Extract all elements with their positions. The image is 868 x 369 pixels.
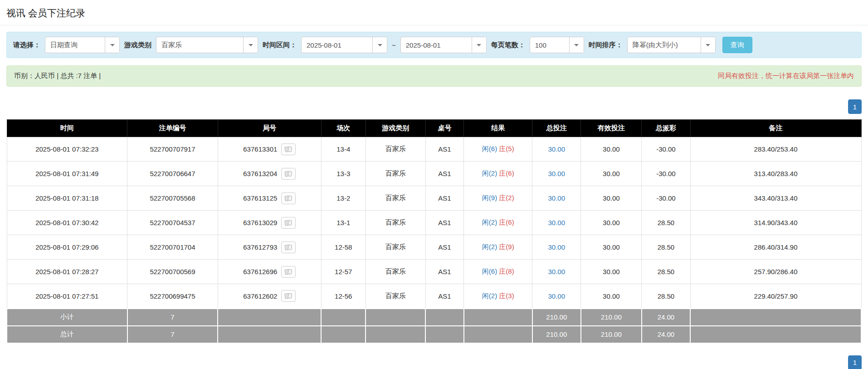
valid-bet-cell: 30.00 <box>581 186 642 211</box>
game-cell: 百家乐 <box>366 186 425 211</box>
page-1-button[interactable]: 1 <box>848 355 862 369</box>
bet-id-cell: 522700707917 <box>127 137 218 162</box>
total-bet-link[interactable]: 30.00 <box>548 243 566 251</box>
round-number: 637613125 <box>243 194 277 202</box>
sort-order-value: 降幂(由大到小) <box>628 37 701 53</box>
session-cell: 12-58 <box>321 235 366 260</box>
note-cell: 229.40/257.90 <box>690 284 861 309</box>
time-cell: 2025-08-01 07:32:23 <box>7 137 127 162</box>
round-cell: 637613301 <box>218 137 321 162</box>
view-cards-icon[interactable] <box>281 217 296 229</box>
view-cards-icon[interactable] <box>281 143 296 155</box>
col-payout: 总派彩 <box>642 120 690 137</box>
valid-bet-cell: 30.00 <box>581 162 642 186</box>
total-bet-link[interactable]: 30.00 <box>548 194 566 202</box>
banker-result: 庄(8) <box>499 267 514 275</box>
query-type-select[interactable]: 日期查询 <box>45 37 120 53</box>
round-cell: 637613125 <box>218 186 321 211</box>
query-type-label: 请选择： <box>13 41 40 49</box>
table-row: 2025-08-01 07:30:42 522700704537 6376130… <box>7 211 861 235</box>
chevron-down-icon[interactable] <box>701 37 715 53</box>
footer-empty-cell <box>690 309 861 326</box>
total-bet-cell: 30.00 <box>532 186 581 211</box>
date-from-picker[interactable]: 2025-08-01 <box>301 37 387 53</box>
chevron-down-icon[interactable] <box>472 37 486 53</box>
payout-cell: 28.50 <box>642 260 690 284</box>
view-cards-icon[interactable] <box>281 266 296 278</box>
pagination-top: 1 <box>6 99 862 114</box>
table-no-cell: AS1 <box>425 284 464 309</box>
game-type-select[interactable]: 百家乐 <box>156 37 258 53</box>
total-bet-link[interactable]: 30.00 <box>548 219 566 226</box>
total-bet-link[interactable]: 30.00 <box>548 268 566 276</box>
table-row: 2025-08-01 07:31:18 522700705568 6376131… <box>7 186 861 211</box>
total-bet-link[interactable]: 30.00 <box>548 170 566 177</box>
time-range-label: 时间区间： <box>263 41 297 49</box>
note-cell: 286.40/314.90 <box>690 235 861 260</box>
round-cell: 637613204 <box>218 162 321 186</box>
table-no-cell: AS1 <box>425 211 464 235</box>
page-size-select[interactable]: 100 <box>530 37 584 53</box>
table-no-cell: AS1 <box>425 235 464 260</box>
page-header: 视讯 会员下注纪录 <box>0 0 868 25</box>
page-1-button[interactable]: 1 <box>848 99 862 114</box>
total-bet-link[interactable]: 30.00 <box>548 145 566 153</box>
footer-empty-cell <box>425 326 464 343</box>
date-to-picker[interactable]: 2025-08-01 <box>400 37 487 53</box>
chevron-down-icon[interactable] <box>105 37 119 53</box>
grand-total-label: 总计 <box>7 326 127 343</box>
session-cell: 13-1 <box>321 211 366 235</box>
chevron-down-icon[interactable] <box>243 37 258 53</box>
result-cell: 闲(6) 庄(5) <box>464 137 532 162</box>
footer-empty-cell <box>690 326 861 343</box>
page-size-label: 每页笔数： <box>491 41 525 49</box>
total-bet-cell: 30.00 <box>532 235 581 260</box>
game-cell: 百家乐 <box>366 162 425 186</box>
table-row: 2025-08-01 07:28:27 522700700569 6376126… <box>7 260 861 284</box>
summary-notice-text: 同局有效投注，统一计算在该局第一张注单内 <box>718 72 854 80</box>
view-cards-icon[interactable] <box>281 241 296 253</box>
game-cell: 百家乐 <box>366 211 425 235</box>
grand-total-payout: 24.00 <box>642 326 690 343</box>
round-cell: 637613029 <box>218 211 321 235</box>
round-number: 637613301 <box>243 145 277 153</box>
result-cell: 闲(2) 庄(3) <box>464 284 532 309</box>
game-cell: 百家乐 <box>366 137 425 162</box>
page-size-value: 100 <box>530 37 569 53</box>
grand-total-total-bet: 210.00 <box>532 326 581 343</box>
game-type-label: 游戏类别 <box>124 41 151 49</box>
view-cards-icon[interactable] <box>281 192 296 204</box>
table-header: 时间 注单编号 局号 场次 游戏类别 桌号 结果 总投注 有效投注 总派彩 备注 <box>7 120 861 137</box>
subtotal-count: 7 <box>127 309 218 326</box>
subtotal-total-bet: 210.00 <box>532 309 581 326</box>
sort-order-select[interactable]: 降幂(由大到小) <box>627 37 716 53</box>
round-cell: 637612696 <box>218 260 321 284</box>
valid-bet-cell: 30.00 <box>581 137 642 162</box>
query-type-value: 日期查询 <box>45 37 105 53</box>
game-cell: 百家乐 <box>366 235 425 260</box>
player-result: 闲(2) <box>482 218 497 226</box>
col-note: 备注 <box>690 120 861 137</box>
footer-empty-cell <box>366 309 425 326</box>
round-cell: 637612602 <box>218 284 321 309</box>
table-footer: 小计 7 210.00 210.00 24.00 总计 7 2 <box>7 309 861 343</box>
betting-records-page: 视讯 会员下注纪录 请选择： 日期查询 游戏类别 百家乐 时间区间： 2025-… <box>0 0 868 369</box>
search-button[interactable]: 查询 <box>722 37 752 53</box>
session-cell: 13-2 <box>321 186 366 211</box>
grand-total-row: 总计 7 210.00 210.00 24.00 <box>7 326 861 343</box>
bet-id-cell: 522700700569 <box>127 260 218 284</box>
chevron-down-icon[interactable] <box>372 37 387 53</box>
chevron-down-icon[interactable] <box>569 37 584 53</box>
view-cards-icon[interactable] <box>281 290 296 302</box>
total-bet-link[interactable]: 30.00 <box>548 292 566 300</box>
valid-bet-cell: 30.00 <box>581 211 642 235</box>
view-cards-icon[interactable] <box>281 168 296 180</box>
footer-empty-cell <box>464 309 532 326</box>
bet-id-cell: 522700701704 <box>127 235 218 260</box>
payout-cell: 28.50 <box>642 235 690 260</box>
round-number: 637613029 <box>243 219 277 226</box>
total-bet-cell: 30.00 <box>532 162 581 186</box>
header-row: 时间 注单编号 局号 场次 游戏类别 桌号 结果 总投注 有效投注 总派彩 备注 <box>7 120 861 137</box>
footer-empty-cell <box>321 309 366 326</box>
date-range-separator: ~ <box>392 41 396 49</box>
